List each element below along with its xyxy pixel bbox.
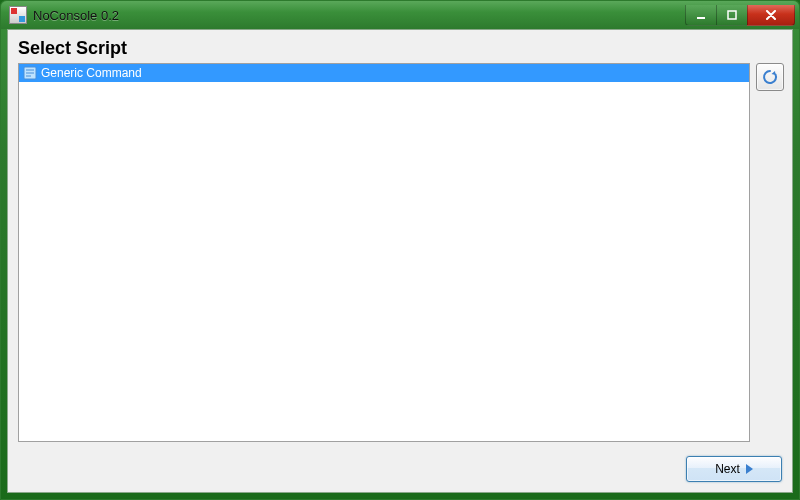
list-item[interactable]: Generic Command [19,64,749,82]
app-icon [9,6,27,24]
page-heading: Select Script [8,30,792,63]
main-row: Generic Command [8,63,792,450]
chevron-right-icon [746,464,753,474]
window-title: NoConsole 0.2 [33,8,686,23]
close-button[interactable] [747,5,795,26]
minimize-button[interactable] [685,5,717,26]
close-icon [765,10,777,20]
titlebar[interactable]: NoConsole 0.2 [1,1,799,29]
refresh-icon [762,69,778,85]
footer: Next [8,450,792,492]
window-frame: NoConsole 0.2 Select Script [0,0,800,500]
maximize-icon [727,10,737,20]
window-controls [686,5,795,26]
minimize-icon [696,10,706,20]
client-area: Select Script Generic Command [7,29,793,493]
list-item-label: Generic Command [41,66,142,80]
next-button[interactable]: Next [686,456,782,482]
next-button-label: Next [715,462,740,476]
maximize-button[interactable] [716,5,748,26]
script-icon [23,66,37,80]
side-column [756,63,782,442]
script-list[interactable]: Generic Command [18,63,750,442]
svg-rect-1 [728,11,736,19]
svg-rect-0 [697,17,705,19]
refresh-button[interactable] [756,63,784,91]
